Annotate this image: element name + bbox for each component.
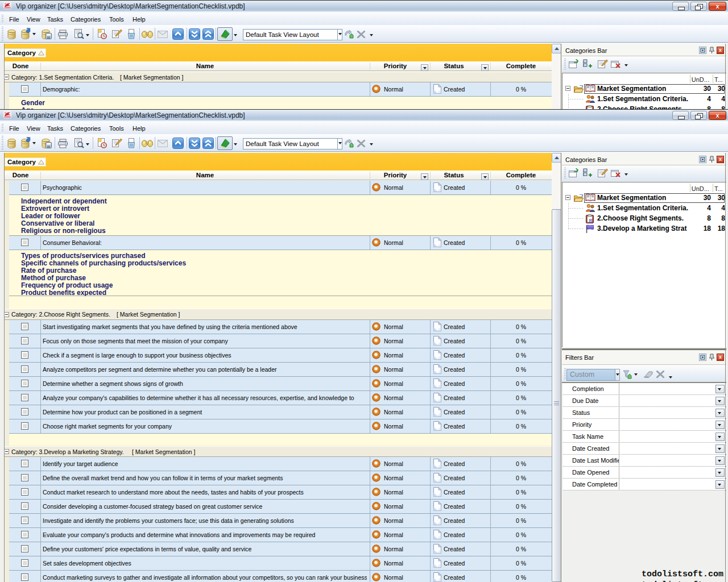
svg-text:5: 5 xyxy=(590,219,592,223)
